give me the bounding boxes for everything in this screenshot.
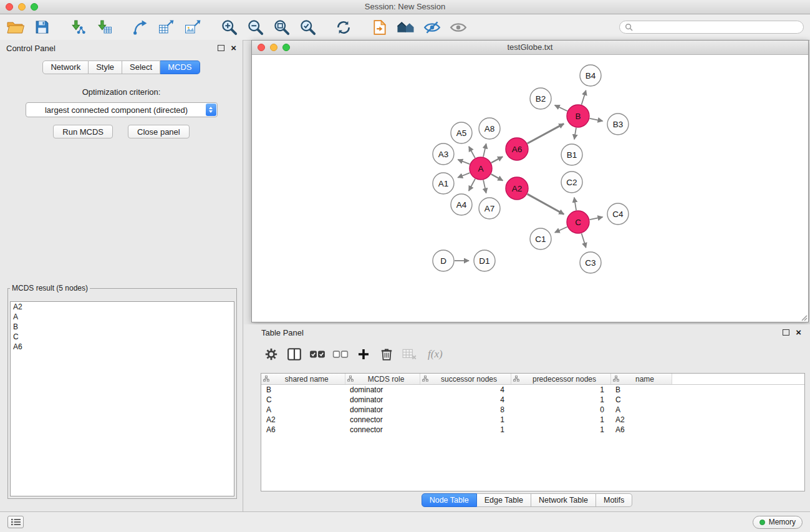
table-cell[interactable]: A6: [261, 425, 345, 435]
node-C4[interactable]: C4: [607, 203, 629, 225]
import-network-button[interactable]: [67, 16, 89, 39]
edge-C-C2[interactable]: [574, 198, 576, 211]
save-session-button[interactable]: [31, 16, 52, 39]
edge-A-A3[interactable]: [458, 160, 470, 164]
table-cell[interactable]: C: [610, 395, 672, 405]
table-tab-edge-table[interactable]: Edge Table: [477, 493, 531, 507]
node-B1[interactable]: B1: [561, 144, 582, 165]
delete-column-button[interactable]: [378, 346, 395, 363]
search-input[interactable]: [636, 22, 798, 32]
add-column-button[interactable]: [355, 346, 372, 363]
edge-A-A8[interactable]: [483, 143, 486, 157]
table-cell[interactable]: 1: [420, 425, 511, 435]
export-table-button[interactable]: [156, 16, 177, 39]
export-image-button[interactable]: [182, 16, 203, 39]
node-table-grid[interactable]: shared nameMCDS rolesuccessor nodesprede…: [261, 374, 804, 435]
export-network-button[interactable]: [130, 16, 151, 39]
criterion-select[interactable]: largest connected component (directed): [26, 102, 218, 117]
table-row[interactable]: Bdominator41B: [261, 385, 804, 395]
table-tab-network-table[interactable]: Network Table: [531, 493, 596, 507]
table-cell[interactable]: A: [261, 405, 345, 415]
table-cell[interactable]: A6: [610, 425, 672, 435]
edge-B-B4[interactable]: [582, 90, 586, 105]
network-home-button[interactable]: [395, 16, 417, 39]
task-history-button[interactable]: [7, 516, 24, 528]
close-panel-button[interactable]: Close panel: [128, 125, 190, 138]
node-A1[interactable]: A1: [433, 173, 454, 194]
edge-C-C1[interactable]: [555, 227, 567, 233]
select-all-button[interactable]: [309, 346, 326, 363]
memory-button[interactable]: Memory: [753, 516, 803, 529]
network-canvas[interactable]: B4B2BB3A5A8A6B1A3AC2A1A2A4A7CC4C1C3DD1: [252, 55, 808, 322]
refresh-layout-button[interactable]: [333, 16, 354, 39]
table-cell[interactable]: A2: [610, 415, 672, 425]
column-header-name[interactable]: name: [610, 374, 672, 385]
zoom-fit-button[interactable]: [271, 16, 292, 39]
node-A2[interactable]: A2: [506, 177, 528, 200]
node-B3[interactable]: B3: [607, 114, 629, 135]
table-cell[interactable]: 8: [420, 405, 511, 415]
node-B[interactable]: B: [567, 105, 589, 127]
table-cell[interactable]: 1: [511, 385, 610, 395]
column-header-predecessor-nodes[interactable]: predecessor nodes: [511, 374, 610, 385]
node-D[interactable]: D: [433, 250, 454, 271]
run-mcds-button[interactable]: Run MCDS: [53, 125, 113, 138]
tab-network[interactable]: Network: [42, 60, 89, 74]
table-cell[interactable]: 1: [511, 395, 610, 405]
network-file-button[interactable]: [369, 16, 390, 39]
network-window-titlebar[interactable]: testGlobe.txt: [252, 41, 808, 55]
table-cell[interactable]: C: [261, 395, 345, 405]
table-row[interactable]: Adominator80A: [261, 405, 804, 415]
mcds-result-item[interactable]: B: [11, 322, 234, 332]
node-A[interactable]: A: [470, 157, 492, 180]
table-cell[interactable]: dominator: [345, 395, 420, 405]
node-D1[interactable]: D1: [474, 250, 495, 271]
table-cell[interactable]: 4: [420, 385, 511, 395]
mcds-result-list[interactable]: A2ABCA6: [10, 301, 234, 496]
table-cell[interactable]: 4: [420, 395, 511, 405]
edge-A2-C[interactable]: [528, 194, 564, 214]
node-C2[interactable]: C2: [561, 172, 582, 193]
node-A7[interactable]: A7: [479, 198, 500, 219]
tab-select[interactable]: Select: [122, 60, 160, 74]
edge-A-A7[interactable]: [483, 180, 486, 193]
table-cell[interactable]: B: [610, 385, 672, 395]
edge-B-B2[interactable]: [555, 105, 567, 111]
zoom-out-button[interactable]: [244, 16, 266, 39]
table-cell[interactable]: A: [610, 405, 672, 415]
column-header-shared-name[interactable]: shared name: [261, 374, 345, 385]
mcds-result-item[interactable]: C: [11, 332, 234, 342]
node-B4[interactable]: B4: [580, 65, 601, 86]
function-builder-button[interactable]: f(x): [428, 348, 443, 360]
table-cell[interactable]: 1: [511, 425, 610, 435]
table-row[interactable]: Cdominator41C: [261, 395, 804, 405]
close-table-panel-icon[interactable]: ×: [796, 329, 801, 336]
table-cell[interactable]: connector: [345, 415, 420, 425]
node-B2[interactable]: B2: [530, 88, 551, 109]
node-A6[interactable]: A6: [506, 138, 528, 160]
table-tab-node-table[interactable]: Node Table: [422, 493, 477, 507]
hide-view-button[interactable]: [422, 16, 443, 39]
import-table-button[interactable]: [94, 16, 115, 39]
edge-B-B1[interactable]: [574, 128, 576, 140]
zoom-selected-button[interactable]: [297, 16, 318, 39]
close-panel-icon[interactable]: ×: [231, 44, 236, 52]
node-A3[interactable]: A3: [433, 143, 454, 165]
node-C1[interactable]: C1: [530, 228, 551, 249]
node-C3[interactable]: C3: [580, 252, 601, 273]
node-A8[interactable]: A8: [479, 118, 500, 139]
table-cell[interactable]: A2: [261, 415, 345, 425]
table-row[interactable]: A6connector11A6: [261, 425, 804, 435]
open-session-button[interactable]: [5, 16, 26, 39]
show-view-button[interactable]: [448, 16, 469, 39]
edge-C-C4[interactable]: [590, 217, 603, 220]
table-cell[interactable]: 1: [511, 415, 610, 425]
edge-A-A6[interactable]: [491, 157, 503, 163]
edge-C-C3[interactable]: [582, 233, 586, 248]
node-C[interactable]: C: [567, 211, 589, 233]
table-cell[interactable]: dominator: [345, 405, 420, 415]
deselect-all-button[interactable]: [332, 346, 349, 363]
edge-A-A1[interactable]: [458, 173, 470, 178]
table-cell[interactable]: dominator: [345, 385, 420, 395]
tab-mcds[interactable]: MCDS: [160, 60, 200, 74]
